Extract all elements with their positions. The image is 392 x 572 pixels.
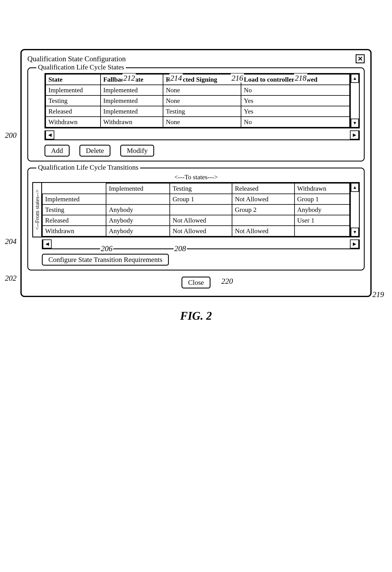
from-row-name: Withdrawn xyxy=(42,226,106,236)
cell: Released xyxy=(46,106,101,117)
states-v-scrollbar[interactable]: ▲ ▼ xyxy=(350,74,359,127)
callout-219: 219 xyxy=(372,290,385,299)
cell: Implemented xyxy=(46,85,101,95)
scroll-right-icon[interactable]: ▶ xyxy=(350,130,359,139)
window-close-button[interactable]: ✕ xyxy=(356,54,365,63)
callout-206: 206 xyxy=(100,244,113,253)
cell xyxy=(294,226,350,236)
cell: Not Allowed xyxy=(170,226,232,236)
scroll-track[interactable] xyxy=(54,130,350,139)
cell: Testing xyxy=(46,95,101,106)
modify-button[interactable]: Modify xyxy=(120,145,154,157)
cell xyxy=(232,215,294,226)
states-grid-wrap: State Fallback State Restricted Signing … xyxy=(45,73,360,128)
cell: Implemented xyxy=(100,106,163,117)
cell: Anybody xyxy=(106,205,170,215)
states-buttons: Add Delete Modify xyxy=(45,145,360,157)
states-row[interactable]: Withdrawn Withdrawn None No xyxy=(46,117,350,127)
states-h-scrollbar[interactable]: ◀ ▶ xyxy=(45,130,360,140)
cell: None xyxy=(163,85,241,95)
from-row-name: Implemented xyxy=(42,194,106,205)
trans-row[interactable]: Released Anybody Not Allowed User 1 xyxy=(42,215,350,226)
callout-212: 212 xyxy=(123,74,136,82)
states-legend: Qualification Life Cycle States xyxy=(36,63,126,71)
scroll-track[interactable] xyxy=(351,192,359,228)
cell: No xyxy=(241,117,350,127)
states-row[interactable]: Released Implemented Testing Yes xyxy=(46,106,350,117)
to-states-label: <---To states---> xyxy=(32,173,360,181)
cell: Yes xyxy=(241,106,350,117)
configure-transition-button[interactable]: Configure State Transition Requirements xyxy=(42,254,169,266)
add-button[interactable]: Add xyxy=(45,145,70,157)
to-col: Released xyxy=(232,183,294,194)
cell: Anybody xyxy=(106,226,170,236)
callout-220: 220 xyxy=(221,277,234,286)
cell: User 1 xyxy=(294,215,350,226)
callout-216: 216 xyxy=(231,74,244,82)
life-cycle-transitions-group: Qualification Life Cycle Transitions <--… xyxy=(27,168,365,270)
cell: Group 1 xyxy=(294,194,350,205)
cell: Testing xyxy=(163,106,241,117)
trans-row[interactable]: Testing Anybody Group 2 Anybody xyxy=(42,205,350,215)
qualification-state-config-window: Qualification State Configuration ✕ Qual… xyxy=(20,49,372,297)
cell: No xyxy=(241,85,350,95)
trans-h-scrollbar[interactable]: ◀ ▶ xyxy=(42,239,360,249)
cell: None xyxy=(163,95,241,106)
cell xyxy=(170,205,232,215)
trans-row[interactable]: Implemented Group 1 Not Allowed Group 1 xyxy=(42,194,350,205)
diagram-container: 212 214 216 218 200 204 206 208 202 220 … xyxy=(12,49,380,322)
scroll-up-icon[interactable]: ▲ xyxy=(351,183,359,192)
col-state: State xyxy=(46,74,101,85)
cell: Yes xyxy=(241,95,350,106)
window-title: Qualification State Configuration xyxy=(27,54,126,63)
to-col: Withdrawn xyxy=(294,183,350,194)
trans-row[interactable]: Withdrawn Anybody Not Allowed Not Allowe… xyxy=(42,226,350,236)
cell: Anybody xyxy=(106,215,170,226)
scroll-up-icon[interactable]: ▲ xyxy=(351,74,359,83)
figure-caption: FIG. 2 xyxy=(12,309,380,322)
scroll-left-icon[interactable]: ◀ xyxy=(45,130,54,139)
cell: Withdrawn xyxy=(100,117,163,127)
cell: Group 1 xyxy=(170,194,232,205)
from-states-label: <--From states--> xyxy=(33,183,42,237)
states-row[interactable]: Testing Implemented None Yes xyxy=(46,95,350,106)
cell: Not Allowed xyxy=(232,226,294,236)
callout-208: 208 xyxy=(174,244,187,253)
callout-218: 218 xyxy=(294,74,307,82)
from-row-name: Released xyxy=(42,215,106,226)
cell: Anybody xyxy=(294,205,350,215)
cell: Implemented xyxy=(100,95,163,106)
titlebar: Qualification State Configuration ✕ xyxy=(27,54,365,63)
to-col: Implemented xyxy=(106,183,170,194)
callout-214: 214 xyxy=(169,74,183,82)
states-row[interactable]: Implemented Implemented None No xyxy=(46,85,350,95)
transitions-table: Implemented Testing Released Withdrawn I… xyxy=(42,183,350,237)
scroll-down-icon[interactable]: ▼ xyxy=(351,228,359,237)
scroll-right-icon[interactable]: ▶ xyxy=(350,239,359,248)
cell: Not Allowed xyxy=(232,194,294,205)
delete-button[interactable]: Delete xyxy=(80,145,111,157)
transitions-legend: Qualification Life Cycle Transitions xyxy=(36,163,140,171)
cell xyxy=(106,194,170,205)
trans-v-scrollbar[interactable]: ▲ ▼ xyxy=(350,183,359,237)
callout-204: 204 xyxy=(4,237,17,246)
cell: Implemented xyxy=(100,85,163,95)
cell: Withdrawn xyxy=(46,117,101,127)
empty-corner xyxy=(42,183,106,194)
scroll-down-icon[interactable]: ▼ xyxy=(351,119,359,127)
cell: None xyxy=(163,117,241,127)
to-col: Testing xyxy=(170,183,232,194)
cell: Group 2 xyxy=(232,205,294,215)
transitions-grid-wrap: <--From states--> Implemented Testing Re… xyxy=(32,182,360,238)
callout-202: 202 xyxy=(4,273,17,283)
scroll-track[interactable] xyxy=(52,239,350,248)
scroll-left-icon[interactable]: ◀ xyxy=(43,239,52,248)
life-cycle-states-group: Qualification Life Cycle States State Fa… xyxy=(27,67,365,161)
close-button[interactable]: Close xyxy=(181,277,210,288)
from-row-name: Testing xyxy=(42,205,106,215)
callout-200: 200 xyxy=(4,131,17,140)
trans-header-row: Implemented Testing Released Withdrawn xyxy=(42,183,350,194)
scroll-track[interactable] xyxy=(351,83,359,119)
cell: Not Allowed xyxy=(170,215,232,226)
